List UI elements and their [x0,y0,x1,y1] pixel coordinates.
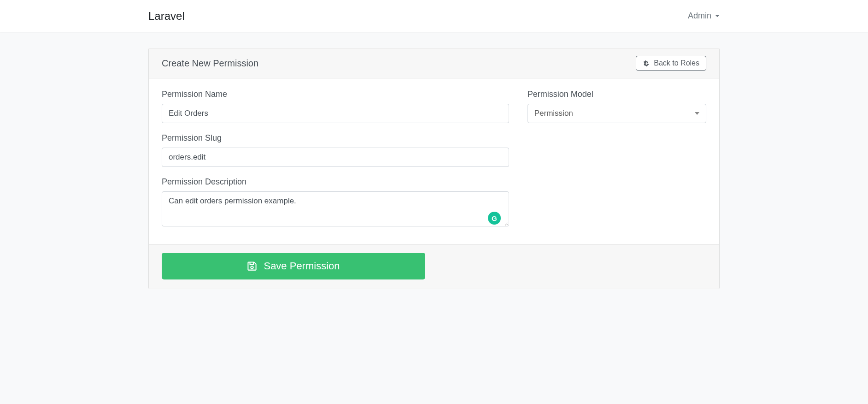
permission-model-label: Permission Model [528,89,706,99]
permission-model-group: Permission Model Permission [528,89,706,123]
reply-all-icon [643,60,650,66]
permission-description-label: Permission Description [162,177,509,187]
chevron-down-icon [695,112,699,115]
permission-slug-label: Permission Slug [162,133,509,143]
back-to-roles-button[interactable]: Back to Roles [636,56,706,71]
permission-card: Create New Permission Back to Roles Perm… [148,48,720,289]
card-footer: Save Permission [149,244,719,289]
textarea-wrap: G [162,191,509,228]
save-button-label: Save Permission [264,260,340,272]
permission-description-textarea[interactable] [162,191,509,226]
permission-description-group: Permission Description G [162,177,509,228]
back-button-label: Back to Roles [654,59,699,67]
brand-logo[interactable]: Laravel [148,10,185,23]
navbar-inner: Laravel Admin [148,10,720,23]
form-left-column: Permission Name Permission Slug Permissi… [162,89,509,228]
card-title: Create New Permission [162,58,258,69]
card-header: Create New Permission Back to Roles [149,48,719,78]
permission-name-input[interactable] [162,104,509,123]
navbar: Laravel Admin [0,0,868,32]
page-container: Create New Permission Back to Roles Perm… [148,48,720,308]
permission-model-select[interactable]: Permission [528,104,706,123]
user-menu-label: Admin [688,11,711,21]
form-right-column: Permission Model Permission [528,89,706,228]
permission-model-selected: Permission [534,109,573,118]
grammarly-icon: G [488,212,501,225]
permission-slug-input[interactable] [162,148,509,167]
user-menu-dropdown[interactable]: Admin [688,11,720,21]
permission-name-group: Permission Name [162,89,509,123]
permission-model-select-wrap: Permission [528,104,706,123]
permission-slug-group: Permission Slug [162,133,509,167]
save-icon [247,261,257,271]
permission-name-label: Permission Name [162,89,509,99]
save-permission-button[interactable]: Save Permission [162,253,425,279]
card-body: Permission Name Permission Slug Permissi… [149,78,719,244]
caret-down-icon [715,15,720,17]
